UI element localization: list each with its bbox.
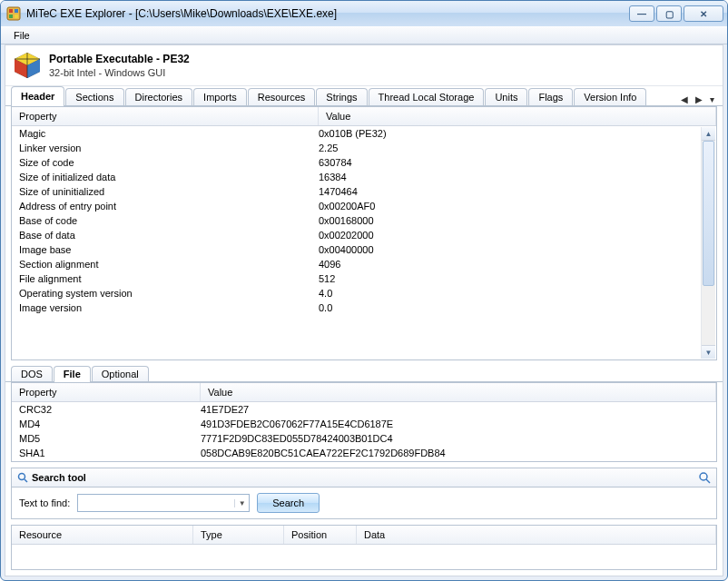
header-table-columns: Property Value	[12, 107, 716, 126]
pe-summary: Portable Executable - PE32 32-bit Intel …	[5, 45, 723, 86]
tab-directories[interactable]: Directories	[125, 88, 193, 106]
cell-property: Size of uninitialized	[19, 186, 319, 197]
cell-property: Address of entry point	[19, 201, 319, 212]
header-table: Property Value Magic0x010B (PE32)Linker …	[11, 106, 717, 360]
tab-header[interactable]: Header	[11, 86, 64, 106]
tab-tls[interactable]: Thread Local Storage	[369, 88, 485, 106]
cell-property: CRC32	[19, 404, 201, 415]
tab-imports[interactable]: Imports	[193, 88, 247, 106]
table-row[interactable]: MD57771F2D9DC83ED055D78424003B01DC4	[12, 431, 716, 446]
table-row[interactable]: Image version0.0	[12, 300, 716, 315]
sub-tabs: DOS File Optional	[5, 366, 723, 382]
cell-value: 1470464	[319, 186, 709, 197]
results-columns: Resource Type Position Data	[12, 526, 716, 545]
table-row[interactable]: CRC3241E7DE27	[12, 402, 716, 417]
close-button[interactable]: ✕	[684, 5, 723, 22]
cell-property: MD5	[19, 433, 201, 444]
cell-value: 058DCAB9E820BC51CAEA722EF2C1792D689FDB84	[201, 448, 709, 458]
cell-value: 0x010B (PE32)	[319, 128, 709, 139]
scroll-thumb[interactable]	[703, 141, 714, 286]
cell-value: 41E7DE27	[201, 404, 709, 415]
table-row[interactable]: Linker version2.25	[12, 141, 716, 155]
svg-rect-1	[9, 9, 13, 13]
cell-property: File alignment	[19, 273, 319, 284]
search-tool-body: Text to find: ▼ Search	[11, 487, 717, 519]
hash-table-columns: Property Value	[12, 383, 716, 402]
cell-value: 0.0	[319, 302, 709, 313]
titlebar[interactable]: MiTeC EXE Explorer - [C:\Users\Mike\Down…	[1, 1, 727, 26]
search-button[interactable]: Search	[257, 493, 320, 513]
cell-property: Base of data	[19, 230, 319, 241]
cell-value: 0x00202000	[319, 230, 709, 241]
tab-version-info[interactable]: Version Info	[574, 88, 646, 106]
scrollbar[interactable]: ▲ ▼	[701, 127, 715, 359]
menu-file[interactable]: File	[6, 28, 37, 43]
svg-point-11	[19, 474, 25, 480]
col-resource[interactable]: Resource	[12, 526, 193, 544]
chevron-down-icon[interactable]: ▼	[234, 499, 249, 507]
table-row[interactable]: MD4491D3FDEB2C067062F77A15E4CD6187E	[12, 417, 716, 431]
table-row[interactable]: Size of code630784	[12, 155, 716, 170]
tab-flags[interactable]: Flags	[528, 88, 573, 106]
cell-value: 4.0	[319, 288, 709, 299]
table-row[interactable]: Image base0x00400000	[12, 242, 716, 257]
cell-property: Magic	[19, 128, 319, 139]
cell-value: 7771F2D9DC83ED055D78424003B01DC4	[201, 433, 709, 444]
subtab-optional[interactable]: Optional	[92, 366, 149, 382]
scroll-up-icon[interactable]: ▲	[702, 127, 715, 141]
table-row[interactable]: Address of entry point0x00200AF0	[12, 199, 716, 213]
col-property[interactable]: Property	[12, 107, 319, 125]
minimize-button[interactable]: —	[629, 5, 654, 22]
hash-table: Property Value CRC3241E7DE27MD4491D3FDEB…	[11, 382, 717, 462]
search-input[interactable]: ▼	[77, 494, 250, 512]
table-row[interactable]: Section alignment4096	[12, 257, 716, 271]
tab-scroll-right-icon[interactable]: ▶	[693, 93, 705, 106]
table-row[interactable]: File alignment512	[12, 271, 716, 286]
table-row[interactable]: Operating system version4.0	[12, 286, 716, 300]
table-row[interactable]: Base of code0x00168000	[12, 213, 716, 228]
svg-point-13	[700, 473, 707, 480]
col-type[interactable]: Type	[193, 526, 284, 544]
tab-dropdown-icon[interactable]: ▾	[707, 93, 717, 106]
cell-value: 0x00200AF0	[319, 201, 709, 212]
cell-value: 16384	[319, 172, 709, 182]
col-property[interactable]: Property	[12, 383, 201, 401]
magnifier-icon[interactable]	[698, 471, 711, 484]
tab-scroll-left-icon[interactable]: ◀	[678, 93, 691, 106]
tab-sections[interactable]: Sections	[65, 88, 123, 106]
tab-units[interactable]: Units	[485, 88, 527, 106]
window-title: MiTeC EXE Explorer - [C:\Users\Mike\Down…	[26, 7, 627, 20]
table-row[interactable]: Size of initialized data16384	[12, 170, 716, 184]
table-row[interactable]: SHA1058DCAB9E820BC51CAEA722EF2C1792D689F…	[12, 446, 716, 460]
table-row[interactable]: Size of uninitialized1470464	[12, 184, 716, 199]
app-icon	[6, 6, 21, 21]
col-data[interactable]: Data	[357, 526, 716, 544]
maximize-button[interactable]: ▢	[656, 5, 682, 22]
tab-strings[interactable]: Strings	[316, 88, 367, 106]
col-value[interactable]: Value	[319, 107, 716, 125]
rubik-cube-icon	[13, 51, 42, 80]
svg-rect-2	[15, 9, 18, 13]
cell-property: Size of code	[19, 157, 319, 168]
subtab-dos[interactable]: DOS	[11, 366, 53, 382]
table-row[interactable]: Magic0x010B (PE32)	[12, 126, 716, 141]
results-rows	[12, 545, 716, 569]
cell-value: 491D3FDEB2C067062F77A15E4CD6187E	[201, 419, 709, 429]
cell-property: Section alignment	[19, 259, 319, 270]
table-row[interactable]: Base of data0x00202000	[12, 228, 716, 242]
search-icon	[17, 472, 28, 483]
scroll-down-icon[interactable]: ▼	[702, 345, 715, 359]
cell-property: Linker version	[19, 143, 319, 153]
subtab-file[interactable]: File	[54, 366, 91, 382]
hash-table-rows: CRC3241E7DE27MD4491D3FDEB2C067062F77A15E…	[12, 402, 716, 461]
col-value[interactable]: Value	[201, 383, 716, 401]
cell-property: SHA1	[19, 448, 201, 458]
tab-resources[interactable]: Resources	[248, 88, 316, 106]
pe-subtitle: 32-bit Intel - Windows GUI	[49, 67, 190, 78]
cell-property: Base of code	[19, 215, 319, 226]
cell-property: MD4	[19, 419, 201, 429]
cell-property: Size of initialized data	[19, 172, 319, 182]
search-tool-heading: Search tool	[32, 472, 698, 483]
col-position[interactable]: Position	[284, 526, 357, 544]
cell-value: 630784	[319, 157, 709, 168]
